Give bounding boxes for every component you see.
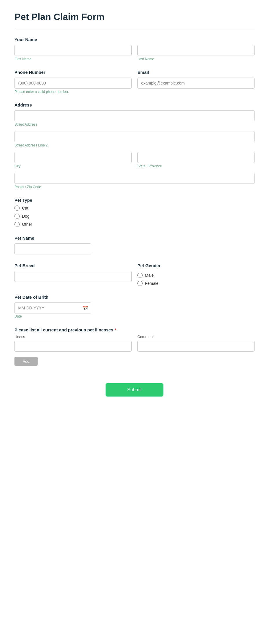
pet-name-section: Pet Name [14, 236, 255, 254]
pet-type-cat[interactable]: Cat [14, 206, 255, 211]
page-title: Pet Plan Claim Form [14, 12, 255, 22]
pet-gender-female[interactable]: Female [137, 281, 255, 286]
required-star: * [115, 327, 116, 332]
pet-type-dog[interactable]: Dog [14, 214, 255, 219]
last-name-input[interactable] [137, 45, 255, 56]
pet-gender-radio-group: Male Female [137, 273, 255, 286]
state-hint: State / Province [137, 164, 255, 168]
pet-breed-group: Pet Breed [14, 263, 132, 286]
pet-gender-female-radio[interactable] [137, 281, 143, 286]
city-group: City [14, 152, 132, 168]
pet-type-other-label: Other [22, 222, 32, 227]
pet-gender-male-label: Male [145, 273, 154, 278]
address-label: Address [14, 102, 255, 107]
pet-name-input[interactable] [14, 243, 91, 254]
comment-col-label: Comment [137, 335, 255, 339]
street1-group: Street Address [14, 110, 255, 126]
pet-type-radio-group: Cat Dog Other [14, 206, 255, 227]
phone-email-section: Phone Number Please enter a valid phone … [14, 70, 255, 94]
phone-label: Phone Number [14, 70, 132, 75]
pet-dob-input[interactable] [14, 302, 91, 313]
last-name-group: Last Name [137, 45, 255, 61]
submit-button[interactable]: Submit [106, 383, 163, 397]
address-section: Address Street Address Street Address Li… [14, 102, 255, 189]
pet-type-cat-label: Cat [22, 206, 28, 210]
illness-columns: Illness Comment [14, 335, 255, 352]
submit-area: Submit [14, 383, 255, 397]
email-label: Email [137, 70, 255, 75]
pet-gender-group: Pet Gender Male Female [137, 263, 255, 286]
pet-dob-section: Pet Date of Brith 📅 Date [14, 295, 255, 319]
state-group: State / Province [137, 152, 255, 168]
breed-gender-section: Pet Breed Pet Gender Male Female [14, 263, 255, 286]
pet-type-other[interactable]: Other [14, 222, 255, 227]
illnesses-label-text: Please list all current and previous pet… [14, 327, 113, 332]
your-name-section: Your Name First Name Last Name [14, 37, 255, 61]
illnesses-section: Please list all current and previous pet… [14, 327, 255, 366]
street2-input[interactable] [14, 131, 255, 142]
first-name-group: First Name [14, 45, 132, 61]
pet-type-dog-label: Dog [22, 214, 30, 219]
street2-group: Street Address Line 2 [14, 131, 255, 147]
pet-dob-label: Pet Date of Brith [14, 295, 255, 300]
divider [14, 28, 255, 28]
pet-dob-hint: Date [14, 314, 22, 318]
pet-dob-wrapper: 📅 Date [14, 302, 91, 319]
pet-type-other-radio[interactable] [14, 222, 20, 227]
first-name-hint: First Name [14, 57, 132, 61]
phone-group: Phone Number Please enter a valid phone … [14, 70, 132, 94]
pet-gender-male[interactable]: Male [137, 273, 255, 278]
first-name-input[interactable] [14, 45, 132, 56]
phone-error: Please enter a valid phone number. [14, 90, 132, 94]
pet-type-cat-radio[interactable] [14, 206, 20, 211]
zip-hint: Postal / Zip Code [14, 185, 255, 189]
illnesses-label: Please list all current and previous pet… [14, 327, 255, 332]
pet-gender-male-radio[interactable] [137, 273, 143, 278]
city-hint: City [14, 164, 132, 168]
pet-type-dog-radio[interactable] [14, 214, 20, 219]
email-group: Email [137, 70, 255, 94]
illness-input[interactable] [14, 341, 132, 352]
add-illness-button[interactable]: Add [14, 357, 38, 366]
pet-gender-female-label: Female [145, 281, 159, 286]
pet-name-wrapper [14, 243, 91, 254]
comment-input[interactable] [137, 341, 255, 352]
illness-col-label: Illness [14, 335, 132, 339]
street1-input[interactable] [14, 110, 255, 121]
street2-hint: Street Address Line 2 [14, 143, 255, 147]
pet-breed-label: Pet Breed [14, 263, 132, 268]
email-input[interactable] [137, 78, 255, 89]
street1-hint: Street Address [14, 122, 255, 126]
pet-type-label: Pet Type [14, 198, 255, 203]
zip-group: Postal / Zip Code [14, 173, 255, 189]
phone-input[interactable] [14, 78, 132, 89]
last-name-hint: Last Name [137, 57, 255, 61]
pet-name-label: Pet Name [14, 236, 255, 241]
pet-breed-input[interactable] [14, 271, 132, 282]
comment-col: Comment [137, 335, 255, 352]
pet-gender-label: Pet Gender [137, 263, 255, 268]
your-name-label: Your Name [14, 37, 255, 42]
date-input-wrapper: 📅 [14, 302, 91, 313]
state-input[interactable] [137, 152, 255, 163]
pet-type-section: Pet Type Cat Dog Other [14, 198, 255, 227]
illness-col: Illness [14, 335, 132, 352]
city-input[interactable] [14, 152, 132, 163]
zip-input[interactable] [14, 173, 255, 184]
